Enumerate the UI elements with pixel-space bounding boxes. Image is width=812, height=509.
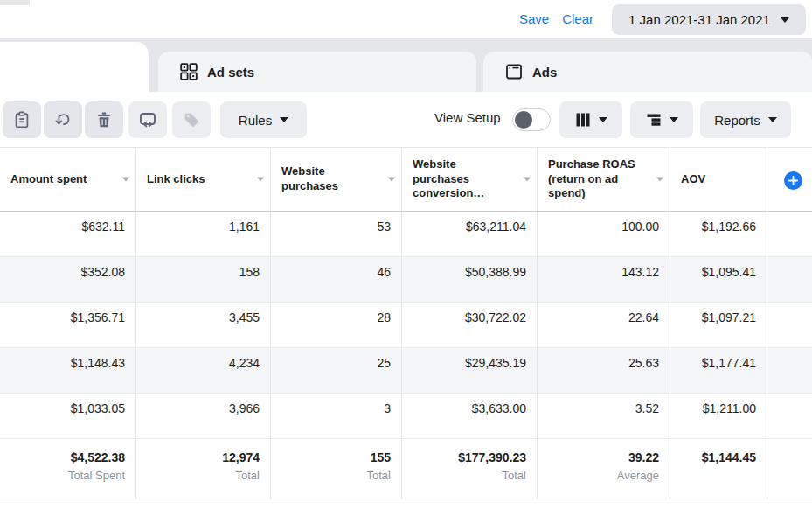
chevron-down-icon — [670, 117, 678, 122]
cell-aov: $1,192.66 — [670, 212, 767, 256]
undo-icon — [53, 110, 73, 129]
totals-row: $4,522.38 Total Spent 12,974 Total 155 T… — [0, 439, 812, 499]
column-header-link-clicks[interactable]: Link clicks — [136, 148, 271, 211]
table-row: $1,148.43 4,234 25 $29,435.19 25.63 $1,1… — [0, 348, 812, 394]
campaigns-table: Amount spent Link clicks Website purchas… — [0, 147, 812, 499]
cell-link-clicks: 3,966 — [136, 394, 271, 438]
save-button[interactable]: Save — [519, 11, 549, 26]
date-range-selector[interactable]: 1 Jan 2021-31 Jan 2021 — [612, 4, 806, 35]
cell-website-purchases: 25 — [271, 348, 402, 393]
table-header-row: Amount spent Link clicks Website purchas… — [0, 147, 812, 212]
reports-button-label: Reports — [714, 113, 760, 128]
top-left-sliver — [0, 0, 30, 5]
sort-caret-icon — [122, 178, 129, 182]
cell-purchases-conversion-value: $30,722.02 — [402, 303, 538, 347]
total-aov: $1,144.45 — [670, 439, 767, 499]
cell-aov: $1,211.00 — [670, 394, 767, 438]
add-column-cell — [767, 148, 812, 211]
reports-button[interactable]: Reports — [700, 101, 791, 138]
column-header-amount-spent[interactable]: Amount spent — [0, 148, 136, 211]
cell-amount-spent: $352.08 — [0, 257, 136, 302]
table-row: $1,033.05 3,966 3 $3,633.00 3.52 $1,211.… — [0, 394, 812, 439]
cell-aov: $1,177.41 — [670, 348, 767, 393]
cell-purchases-conversion-value: $3,633.00 — [402, 394, 538, 438]
trash-icon — [94, 110, 114, 129]
columns-icon — [575, 112, 591, 128]
cell-aov: $1,095.41 — [670, 257, 767, 302]
filter-bar: Save Clear — [0, 0, 609, 38]
cell-website-purchases: 53 — [271, 212, 402, 256]
delete-button[interactable] — [85, 101, 123, 138]
cell-website-purchases: 46 — [271, 257, 402, 302]
cell-link-clicks: 158 — [136, 257, 271, 302]
total-amount-spent: $4,522.38 Total Spent — [0, 439, 136, 499]
total-website-purchases: 155 Total — [271, 439, 402, 499]
add-column-button[interactable] — [784, 171, 802, 190]
breakdown-icon — [646, 112, 662, 128]
breakdown-button[interactable] — [630, 101, 693, 138]
cell-purchase-roas: 143.12 — [538, 257, 670, 302]
cell-purchase-roas: 3.52 — [538, 394, 670, 438]
clear-button[interactable]: Clear — [562, 11, 593, 26]
toggle-knob — [515, 111, 532, 129]
content-card: Rules View Setup — [0, 92, 812, 509]
plus-icon — [788, 176, 798, 185]
grid-icon — [179, 62, 198, 81]
edit-button[interactable] — [3, 101, 41, 138]
table-row: $352.08 158 46 $50,388.99 143.12 $1,095.… — [0, 257, 812, 303]
cell-empty — [767, 439, 812, 499]
view-setup-toggle[interactable] — [512, 108, 551, 131]
cell-empty — [767, 257, 812, 302]
cell-website-purchases: 28 — [271, 303, 402, 347]
chevron-down-icon — [599, 117, 607, 122]
total-purchases-conversion-value: $177,390.23 Total — [402, 439, 538, 499]
table-row: $632.11 1,161 53 $63,211.04 100.00 $1,19… — [0, 212, 812, 257]
ab-test-icon — [137, 109, 158, 130]
cell-purchases-conversion-value: $29,435.19 — [402, 348, 538, 393]
column-header-website-purchases-conversion[interactable]: Website purchases conversion… — [402, 148, 538, 211]
sort-caret-icon — [388, 178, 395, 182]
tag-icon — [182, 110, 201, 129]
cell-amount-spent: $632.11 — [0, 212, 136, 256]
cell-purchases-conversion-value: $63,211.04 — [402, 212, 538, 256]
cell-aov: $1,097.21 — [670, 303, 767, 347]
tab-campaigns-selected[interactable] — [0, 42, 149, 92]
view-setup-label: View Setup — [434, 110, 501, 125]
cell-purchase-roas: 25.63 — [538, 348, 670, 393]
columns-button[interactable] — [559, 101, 622, 138]
tag-button[interactable] — [172, 101, 211, 138]
ab-test-button[interactable] — [128, 101, 167, 138]
tab-ad-sets[interactable]: Ad sets — [158, 52, 476, 92]
ads-manager-screen: Save Clear 1 Jan 2021-31 Jan 2021 — [0, 0, 812, 509]
cell-amount-spent: $1,356.71 — [0, 303, 136, 347]
tab-ads-label: Ads — [532, 65, 557, 80]
cell-empty — [767, 303, 812, 347]
sort-caret-icon — [656, 178, 663, 182]
cell-link-clicks: 1,161 — [136, 212, 271, 256]
column-header-aov[interactable]: AOV — [670, 148, 767, 211]
average-purchase-roas: 39.22 Average — [538, 439, 670, 499]
cell-empty — [767, 394, 812, 438]
column-header-purchase-roas[interactable]: Purchase ROAS (return on ad spend) — [538, 148, 670, 211]
sort-caret-icon — [257, 178, 264, 182]
column-header-website-purchases[interactable]: Website purchases — [271, 148, 402, 211]
cell-empty — [767, 348, 812, 393]
chevron-down-icon — [768, 117, 777, 122]
chevron-down-icon — [280, 117, 288, 122]
undo-button[interactable] — [44, 101, 82, 138]
window-icon — [504, 62, 524, 81]
cell-link-clicks: 3,455 — [136, 303, 271, 347]
sort-caret-icon — [524, 178, 531, 182]
cell-purchases-conversion-value: $50,388.99 — [402, 257, 538, 302]
date-range-label: 1 Jan 2021-31 Jan 2021 — [628, 12, 770, 27]
chevron-down-icon — [781, 17, 789, 23]
cell-amount-spent: $1,148.43 — [0, 348, 136, 393]
tab-ad-sets-label: Ad sets — [207, 65, 254, 80]
cell-amount-spent: $1,033.05 — [0, 394, 136, 438]
total-link-clicks: 12,974 Total — [136, 439, 271, 499]
table-row: $1,356.71 3,455 28 $30,722.02 22.64 $1,0… — [0, 303, 812, 348]
clipboard-icon — [12, 110, 31, 129]
cell-empty — [767, 212, 812, 256]
tab-ads[interactable]: Ads — [483, 52, 812, 92]
rules-button[interactable]: Rules — [220, 101, 307, 138]
